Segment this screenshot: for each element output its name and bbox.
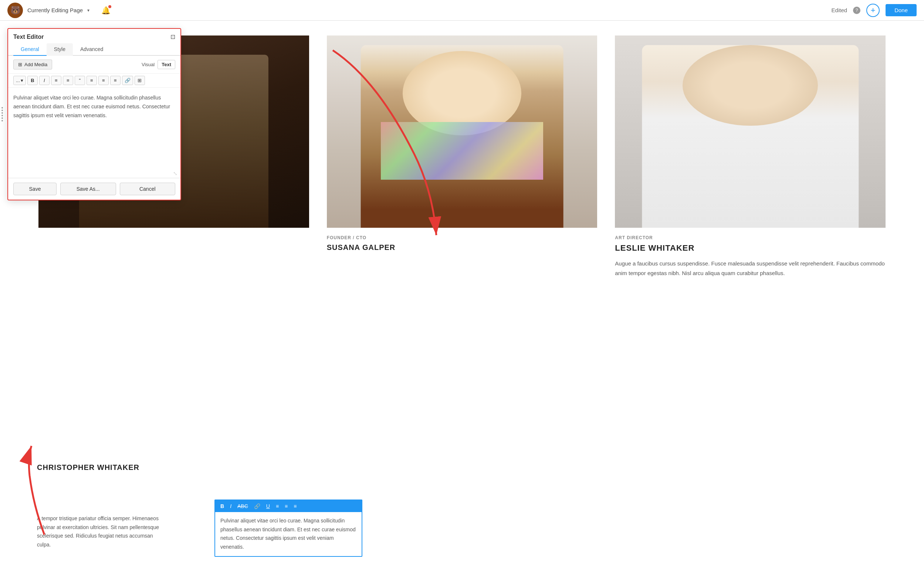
edited-label: Edited [832,7,847,13]
resize-handle[interactable]: ⤡ [8,169,180,178]
topbar-title: Currently Editing Page [27,7,83,13]
topbar-left: 🐻 Currently Editing Page ▾ 🔔 [7,3,832,18]
editor-tabs: General Style Advanced [8,43,180,56]
member-name-susana: SUSANA GALPER [327,243,597,252]
cancel-button[interactable]: Cancel [120,183,176,195]
inline-text-editor: B I ABC 🔗 U ≡ ≡ ≡ Pulvinar aliquet vitae… [214,499,362,557]
logo-emoji: 🐻 [10,5,20,15]
inline-link-button[interactable]: 🔗 [252,502,262,510]
team-member-3: ART DIRECTOR LESLIE WHITAKER Augue a fau… [606,36,895,579]
inline-editor-content[interactable]: Pulvinar aliquet vitae orci leo curae. M… [215,512,361,556]
unordered-list-button[interactable]: ≡ [63,76,73,85]
ordered-list-button[interactable]: ≡ [51,76,61,85]
christopher-bio: A tempor tristique pariatur officia semp… [37,514,167,550]
member-name-leslie: LESLIE WHITAKER [615,243,886,253]
inline-body-text: Pulvinar aliquet vitae orci leo curae. M… [220,518,356,550]
notification-dot [108,5,111,8]
resize-icon: ⤡ [173,170,177,177]
christopher-name: CHRISTOPHER WHITAKER [37,463,139,472]
editor-content-area[interactable]: Pulvinar aliquet vitae orci leo curae. M… [8,88,180,169]
member-bio-leslie: Augue a faucibus cursus suspendisse. Fus… [615,259,886,278]
add-button[interactable]: + [866,4,880,17]
help-icon[interactable]: ? [853,7,860,14]
topbar: 🐻 Currently Editing Page ▾ 🔔 Edited ? + … [0,0,924,21]
tab-advanced[interactable]: Advanced [73,43,111,56]
inline-underline-button[interactable]: U [265,502,271,510]
inline-align-left-button[interactable]: ≡ [274,502,280,510]
bold-button[interactable]: B [27,76,38,85]
notification-bell[interactable]: 🔔 [101,6,111,15]
align-center-button[interactable]: ≡ [98,76,109,85]
member-role-leslie: ART DIRECTOR [615,235,886,240]
drag-handle[interactable] [2,107,3,122]
align-left-button[interactable]: ≡ [87,76,97,85]
maximize-icon[interactable]: ⊡ [170,33,175,40]
topbar-right: Edited ? + Done [832,4,917,17]
inline-align-right-button[interactable]: ≡ [292,502,298,510]
formatting-toolbar: ...▾ B I ≡ ≡ " ≡ ≡ ≡ 🔗 ⊞ [8,73,180,88]
main-content: FOUNDER / CTO SUSANA GALPER ART DIRECTOR… [0,21,924,579]
member-role-susana: FOUNDER / CTO [327,235,597,240]
blockquote-button[interactable]: " [75,76,85,85]
more-options-button[interactable]: ...▾ [13,76,26,85]
photo-susana [327,36,597,228]
tab-general[interactable]: General [13,43,47,56]
text-toggle[interactable]: Text [157,60,175,69]
tab-style[interactable]: Style [47,43,73,56]
chevron-down-icon[interactable]: ▾ [87,8,90,13]
inline-toolbar: B I ABC 🔗 U ≡ ≡ ≡ [215,500,361,512]
text-editor-panel: Text Editor ⊡ General Style Advanced ⊞ A… [7,28,181,200]
save-as-button[interactable]: Save As... [60,183,116,195]
inline-bold-button[interactable]: B [219,502,226,510]
done-button[interactable]: Done [886,4,917,16]
inline-align-center-button[interactable]: ≡ [283,502,289,510]
inline-strikethrough-button[interactable]: ABC [236,502,250,510]
media-icon: ⊞ [18,62,22,67]
italic-button[interactable]: I [39,76,49,85]
team-member-2: FOUNDER / CTO SUSANA GALPER [318,36,607,579]
inline-italic-button[interactable]: I [229,502,233,510]
table-button[interactable]: ⊞ [134,76,145,85]
visual-text-toggle: Visual Text [142,60,175,69]
add-media-button[interactable]: ⊞ Add Media [13,59,52,70]
editor-body-text: Pulvinar aliquet vitae orci leo curae. M… [13,93,175,120]
align-right-button[interactable]: ≡ [110,76,121,85]
editor-title: Text Editor [13,34,44,40]
save-button[interactable]: Save [13,183,57,195]
photo-leslie [615,36,886,228]
link-button[interactable]: 🔗 [122,76,133,85]
editor-footer: Save Save As... Cancel [8,178,180,200]
topbar-logo: 🐻 [7,3,23,18]
visual-toggle[interactable]: Visual [142,62,155,67]
editor-header: Text Editor ⊡ [8,29,180,40]
christopher-name-spacer [38,235,309,250]
editor-toolbar-top: ⊞ Add Media Visual Text [8,56,180,73]
